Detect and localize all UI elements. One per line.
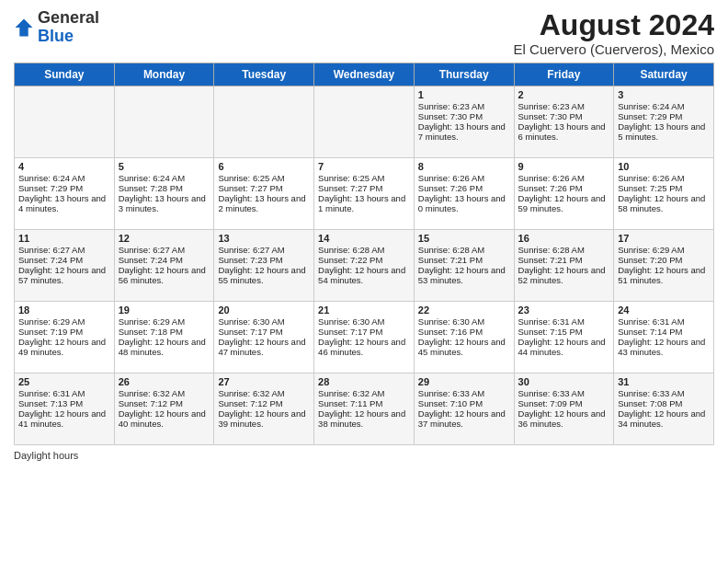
sunrise-text: Sunrise: 6:33 AM: [618, 388, 684, 398]
sunset-text: Sunset: 7:27 PM: [218, 183, 282, 193]
sunset-text: Sunset: 7:17 PM: [318, 327, 382, 337]
daylight-text: Daylight: 12 hours and 49 minutes.: [18, 337, 106, 357]
logo: General Blue: [14, 9, 99, 46]
sunrise-text: Sunrise: 6:28 AM: [518, 245, 585, 255]
sunset-text: Sunset: 7:25 PM: [618, 183, 682, 193]
calendar-cell: 20 Sunrise: 6:30 AM Sunset: 7:17 PM Dayl…: [214, 302, 314, 373]
daylight-text: Daylight: 12 hours and 56 minutes.: [119, 265, 206, 285]
day-number: 18: [18, 304, 110, 316]
day-number: 4: [18, 161, 110, 172]
day-number: 16: [518, 233, 610, 244]
day-number: 29: [418, 376, 510, 387]
calendar-cell: 5 Sunrise: 6:24 AM Sunset: 7:28 PM Dayli…: [114, 158, 214, 230]
day-number: 3: [618, 89, 710, 100]
sunset-text: Sunset: 7:08 PM: [618, 398, 682, 408]
sunrise-text: Sunrise: 6:28 AM: [318, 245, 384, 255]
day-number: 11: [18, 233, 110, 244]
calendar-cell: 1 Sunrise: 6:23 AM Sunset: 7:30 PM Dayli…: [414, 86, 514, 158]
sunrise-text: Sunrise: 6:24 AM: [618, 101, 684, 111]
day-number: 1: [418, 89, 510, 100]
sunset-text: Sunset: 7:12 PM: [218, 398, 282, 408]
day-number: 20: [218, 304, 310, 316]
sunset-text: Sunset: 7:18 PM: [119, 327, 183, 337]
col-sunday: Sunday: [15, 63, 115, 86]
logo-blue: Blue: [38, 27, 74, 45]
sunrise-text: Sunrise: 6:30 AM: [418, 316, 484, 327]
sunset-text: Sunset: 7:29 PM: [18, 183, 83, 193]
sunrise-text: Sunrise: 6:29 AM: [119, 316, 185, 327]
daylight-text: Daylight: 12 hours and 54 minutes.: [318, 265, 405, 285]
col-wednesday: Wednesday: [314, 63, 415, 86]
calendar-week-3: 11 Sunrise: 6:27 AM Sunset: 7:24 PM Dayl…: [15, 230, 714, 302]
logo-icon: [14, 17, 34, 38]
daylight-text: Daylight: 12 hours and 53 minutes.: [418, 265, 506, 285]
day-number: 2: [518, 89, 610, 100]
sunset-text: Sunset: 7:28 PM: [119, 183, 183, 193]
calendar-cell: 22 Sunrise: 6:30 AM Sunset: 7:16 PM Dayl…: [414, 302, 514, 373]
daylight-text: Daylight: 12 hours and 52 minutes.: [518, 265, 606, 285]
sunset-text: Sunset: 7:26 PM: [418, 183, 483, 193]
daylight-note: Daylight hours: [14, 450, 78, 461]
sunrise-text: Sunrise: 6:30 AM: [218, 316, 284, 327]
sunrise-text: Sunrise: 6:25 AM: [318, 173, 384, 183]
day-number: 10: [618, 161, 710, 172]
calendar-week-1: 1 Sunrise: 6:23 AM Sunset: 7:30 PM Dayli…: [15, 86, 714, 158]
daylight-text: Daylight: 12 hours and 43 minutes.: [618, 337, 705, 357]
daylight-text: Daylight: 13 hours and 0 minutes.: [418, 193, 506, 213]
calendar-cell: 12 Sunrise: 6:27 AM Sunset: 7:24 PM Dayl…: [114, 230, 214, 302]
calendar-subtitle: El Cuervero (Cuerveros), Mexico: [514, 41, 714, 57]
daylight-text: Daylight: 12 hours and 47 minutes.: [218, 337, 305, 357]
calendar-cell: [314, 86, 415, 158]
sunrise-text: Sunrise: 6:26 AM: [418, 173, 484, 183]
day-number: 19: [119, 304, 210, 316]
day-number: 7: [318, 161, 410, 172]
sunset-text: Sunset: 7:21 PM: [518, 255, 583, 265]
calendar-cell: 18 Sunrise: 6:29 AM Sunset: 7:19 PM Dayl…: [15, 302, 115, 373]
calendar-title: August 2024: [514, 9, 714, 41]
sunset-text: Sunset: 7:24 PM: [119, 255, 183, 265]
daylight-text: Daylight: 12 hours and 58 minutes.: [618, 193, 705, 213]
day-number: 5: [119, 161, 210, 172]
calendar-cell: 6 Sunrise: 6:25 AM Sunset: 7:27 PM Dayli…: [214, 158, 314, 230]
daylight-text: Daylight: 12 hours and 45 minutes.: [418, 337, 506, 357]
sunset-text: Sunset: 7:29 PM: [618, 111, 682, 121]
svg-marker-0: [16, 18, 33, 36]
calendar-cell: 30 Sunrise: 6:33 AM Sunset: 7:09 PM Dayl…: [514, 373, 614, 445]
sunrise-text: Sunrise: 6:32 AM: [318, 388, 384, 398]
calendar-table: Sunday Monday Tuesday Wednesday Thursday…: [14, 63, 714, 445]
calendar-cell: 10 Sunrise: 6:26 AM Sunset: 7:25 PM Dayl…: [614, 158, 714, 230]
calendar-cell: 16 Sunrise: 6:28 AM Sunset: 7:21 PM Dayl…: [514, 230, 614, 302]
calendar-header: Sunday Monday Tuesday Wednesday Thursday…: [15, 63, 714, 86]
calendar-cell: 17 Sunrise: 6:29 AM Sunset: 7:20 PM Dayl…: [614, 230, 714, 302]
logo-general: General: [38, 8, 99, 27]
sunrise-text: Sunrise: 6:23 AM: [518, 101, 585, 111]
calendar-cell: 14 Sunrise: 6:28 AM Sunset: 7:22 PM Dayl…: [314, 230, 415, 302]
sunrise-text: Sunrise: 6:29 AM: [18, 316, 85, 327]
day-number: 12: [119, 233, 210, 244]
daylight-text: Daylight: 12 hours and 57 minutes.: [18, 265, 106, 285]
sunrise-text: Sunrise: 6:31 AM: [18, 388, 85, 398]
daylight-text: Daylight: 12 hours and 39 minutes.: [218, 408, 305, 429]
sunset-text: Sunset: 7:19 PM: [18, 327, 83, 337]
sunrise-text: Sunrise: 6:26 AM: [618, 173, 684, 183]
daylight-text: Daylight: 12 hours and 36 minutes.: [518, 408, 606, 429]
logo-text: General Blue: [38, 9, 99, 46]
day-number: 9: [518, 161, 610, 172]
day-number: 23: [518, 304, 610, 316]
calendar-cell: [114, 86, 214, 158]
page: General Blue August 2024 El Cuervero (Cu…: [0, 0, 728, 563]
col-tuesday: Tuesday: [214, 63, 314, 86]
daylight-text: Daylight: 13 hours and 6 minutes.: [518, 121, 606, 142]
sunrise-text: Sunrise: 6:31 AM: [518, 316, 585, 327]
daylight-text: Daylight: 12 hours and 59 minutes.: [518, 193, 606, 213]
day-number: 30: [518, 376, 610, 387]
day-number: 22: [418, 304, 510, 316]
sunrise-text: Sunrise: 6:25 AM: [218, 173, 284, 183]
daylight-text: Daylight: 12 hours and 46 minutes.: [318, 337, 405, 357]
sunset-text: Sunset: 7:10 PM: [418, 398, 483, 408]
header-row: Sunday Monday Tuesday Wednesday Thursday…: [15, 63, 714, 86]
calendar-cell: 15 Sunrise: 6:28 AM Sunset: 7:21 PM Dayl…: [414, 230, 514, 302]
sunset-text: Sunset: 7:12 PM: [119, 398, 183, 408]
sunrise-text: Sunrise: 6:27 AM: [218, 245, 284, 255]
calendar-week-2: 4 Sunrise: 6:24 AM Sunset: 7:29 PM Dayli…: [15, 158, 714, 230]
